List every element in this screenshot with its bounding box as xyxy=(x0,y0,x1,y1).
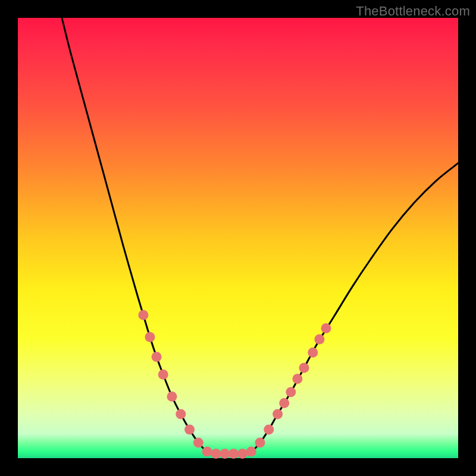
data-dot xyxy=(176,409,186,419)
data-dot xyxy=(193,438,203,448)
data-dot xyxy=(228,449,239,459)
watermark-text: TheBottleneck.com xyxy=(356,4,470,19)
data-dot xyxy=(321,323,331,333)
data-dot xyxy=(308,347,318,358)
data-dot xyxy=(202,446,212,456)
data-dot xyxy=(314,334,324,345)
data-dot xyxy=(158,369,168,380)
data-dot xyxy=(138,310,148,320)
data-dot xyxy=(220,449,230,459)
data-dot xyxy=(152,352,162,362)
data-dot xyxy=(273,409,283,419)
data-dot xyxy=(237,449,248,459)
data-dot xyxy=(145,332,155,342)
data-dot xyxy=(255,438,265,448)
data-dot xyxy=(167,392,177,402)
data-dot xyxy=(184,424,195,434)
bottleneck-curve xyxy=(62,18,458,454)
data-dot xyxy=(292,374,302,384)
plot-area xyxy=(18,18,458,458)
data-dot xyxy=(211,449,221,459)
chart-svg xyxy=(18,18,458,458)
data-dot xyxy=(286,387,296,397)
data-dot xyxy=(299,363,309,373)
data-dot xyxy=(264,424,274,434)
data-dot xyxy=(246,446,256,456)
data-dot xyxy=(279,398,289,408)
